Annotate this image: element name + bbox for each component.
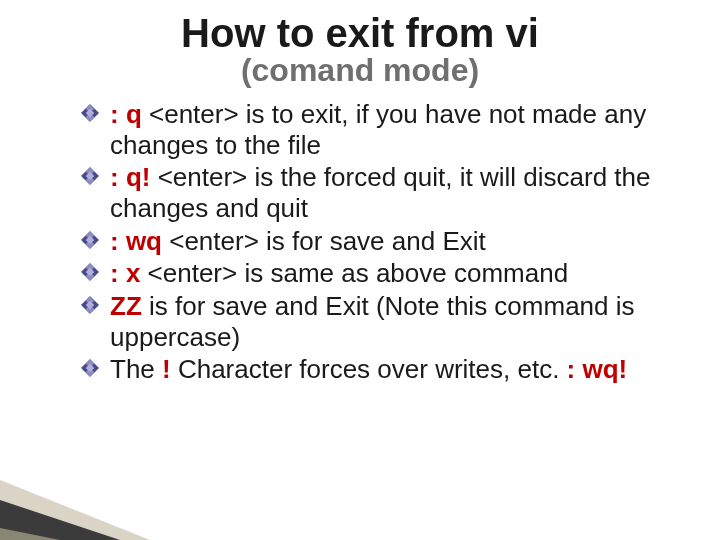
diamond-bullet-icon [80,358,100,378]
command-text: : q [110,99,142,129]
list-item: : wq <enter> is for save and Exit [80,226,665,257]
description-text: is for save and Exit (Note this command … [110,291,635,352]
mid-text: Character forces over writes, etc. [171,354,567,384]
command-text: : wq [110,226,162,256]
list-item: : x <enter> is same as above command [80,258,665,289]
diamond-bullet-icon [80,103,100,123]
diamond-bullet-icon [80,166,100,186]
description-text: is for save and Exit [266,226,486,256]
slide: How to exit from vi (comand mode) : q <e… [0,0,720,540]
bang-text: ! [162,354,171,384]
enter-text: <enter> [142,99,246,129]
tail-command-text: : wq! [567,354,628,384]
description-text: is same as above command [244,258,568,288]
slide-body: : q <enter> is to exit, if you have not … [40,99,680,385]
slide-title: How to exit from vi [40,12,680,54]
enter-text: <enter> [162,226,266,256]
prefix-text: The [110,354,162,384]
slide-subtitle: (comand mode) [40,52,680,89]
enter-text [142,291,149,321]
enter-text: <enter> [140,258,244,288]
command-text: ZZ [110,291,142,321]
list-item: ZZ is for save and Exit (Note this comma… [80,291,665,352]
list-item: The ! Character forces over writes, etc.… [80,354,665,385]
list-item: : q <enter> is to exit, if you have not … [80,99,665,160]
title-block: How to exit from vi (comand mode) [40,12,680,89]
command-text: : q! [110,162,150,192]
list-item: : q! <enter> is the forced quit, it will… [80,162,665,223]
svg-marker-37 [0,500,120,540]
svg-marker-38 [0,528,60,540]
command-text: : x [110,258,140,288]
svg-marker-36 [0,480,150,540]
diamond-bullet-icon [80,230,100,250]
diamond-bullet-icon [80,262,100,282]
enter-text: <enter> [150,162,254,192]
corner-wedge-decoration [0,450,150,540]
diamond-bullet-icon [80,295,100,315]
bullet-list: : q <enter> is to exit, if you have not … [80,99,665,385]
